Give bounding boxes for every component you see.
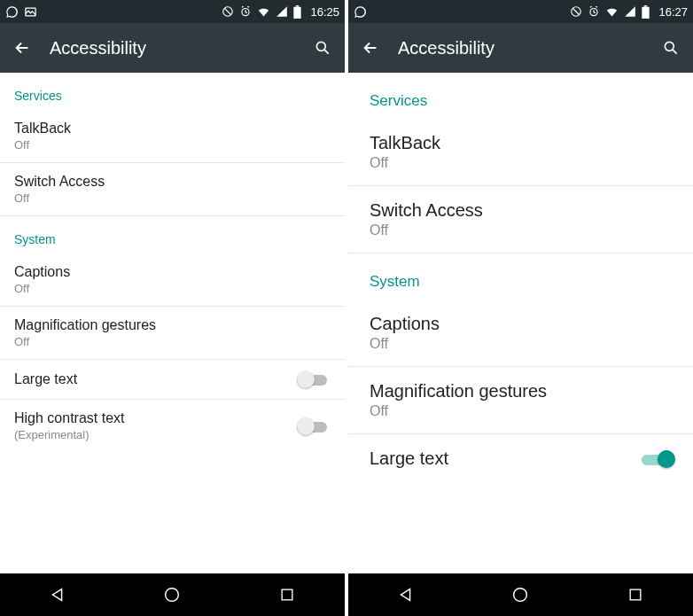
- alarm-icon: [239, 5, 252, 18]
- nav-bar: [0, 573, 345, 616]
- item-title: Switch Access: [370, 200, 675, 221]
- whatsapp-icon: [5, 5, 19, 19]
- svg-line-2: [225, 9, 231, 15]
- item-large-text[interactable]: Large text: [348, 434, 693, 483]
- search-button[interactable]: [309, 39, 336, 57]
- search-button[interactable]: [658, 39, 684, 57]
- item-switch-access[interactable]: Switch Access Off: [348, 186, 693, 253]
- whatsapp-icon: [354, 5, 367, 19]
- item-sub: Off: [370, 155, 675, 171]
- item-title: Magnification gestures: [14, 317, 331, 333]
- phone-left: 16:25 Accessibility Services TalkBack Of…: [0, 0, 345, 616]
- item-magnification[interactable]: Magnification gestures Off: [0, 307, 345, 360]
- svg-point-17: [514, 589, 527, 602]
- wifi-icon: [257, 5, 270, 19]
- alarm-icon: [588, 5, 600, 18]
- svg-rect-18: [630, 589, 641, 600]
- nav-recent-button[interactable]: [274, 581, 300, 608]
- item-sub: Off: [370, 336, 675, 352]
- toggle-large-text[interactable]: [642, 450, 675, 468]
- svg-line-16: [673, 50, 677, 54]
- svg-line-7: [324, 50, 329, 54]
- back-button[interactable]: [9, 38, 35, 58]
- item-captions[interactable]: Captions Off: [0, 253, 345, 307]
- page-title: Accessibility: [50, 38, 309, 58]
- toggle-high-contrast[interactable]: [297, 417, 331, 435]
- settings-list: Services TalkBack Off Switch Access Off …: [0, 73, 345, 573]
- svg-rect-14: [644, 5, 647, 7]
- svg-rect-4: [294, 6, 301, 18]
- status-bar: 16:25: [0, 0, 345, 23]
- svg-rect-5: [296, 5, 299, 7]
- page-title: Accessibility: [398, 38, 658, 58]
- back-button[interactable]: [357, 38, 384, 58]
- settings-list: Services TalkBack Off Switch Access Off …: [348, 73, 693, 573]
- svg-rect-13: [642, 6, 650, 18]
- action-bar: Accessibility: [348, 23, 693, 73]
- item-title: Captions: [14, 264, 331, 280]
- nav-recent-button[interactable]: [622, 581, 649, 608]
- section-services: Services: [0, 73, 345, 110]
- item-sub: Off: [14, 138, 331, 152]
- clock-text: 16:25: [310, 5, 339, 19]
- action-bar: Accessibility: [0, 23, 345, 73]
- item-sub: Off: [370, 403, 675, 419]
- nav-back-button[interactable]: [44, 581, 71, 608]
- item-sub: Off: [14, 191, 331, 205]
- svg-point-15: [665, 42, 674, 51]
- do-not-disturb-icon: [570, 5, 582, 18]
- item-title: Switch Access: [14, 174, 331, 190]
- wifi-icon: [605, 5, 619, 19]
- item-title: TalkBack: [370, 133, 675, 153]
- section-services: Services: [348, 73, 693, 119]
- item-magnification[interactable]: Magnification gestures Off: [348, 367, 693, 434]
- svg-line-11: [573, 9, 580, 15]
- do-not-disturb-icon: [222, 5, 234, 18]
- nav-home-button[interactable]: [159, 581, 185, 608]
- item-title: Magnification gestures: [370, 381, 675, 402]
- item-sub: (Experimental): [14, 428, 297, 441]
- nav-back-button[interactable]: [393, 581, 419, 608]
- item-sub: Off: [14, 282, 331, 295]
- item-sub: Off: [370, 222, 675, 238]
- item-talkback[interactable]: TalkBack Off: [0, 110, 345, 163]
- status-bar: 16:27: [348, 0, 693, 23]
- signal-icon: [624, 5, 636, 18]
- item-talkback[interactable]: TalkBack Off: [348, 119, 693, 186]
- item-sub: Off: [14, 335, 331, 348]
- image-icon: [24, 5, 37, 19]
- battery-icon: [642, 5, 650, 19]
- item-title: Large text: [370, 448, 642, 469]
- svg-point-6: [316, 42, 325, 51]
- item-title: High contrast text: [14, 410, 297, 426]
- item-high-contrast[interactable]: High contrast text (Experimental): [0, 400, 345, 452]
- toggle-large-text[interactable]: [297, 370, 331, 388]
- item-title: TalkBack: [14, 121, 331, 136]
- nav-home-button[interactable]: [507, 581, 533, 608]
- svg-rect-9: [282, 589, 292, 600]
- signal-icon: [276, 5, 288, 18]
- clock-text: 16:27: [658, 5, 688, 19]
- battery-icon: [293, 5, 301, 19]
- section-system: System: [0, 216, 345, 253]
- item-title: Large text: [14, 371, 297, 387]
- item-title: Captions: [370, 314, 675, 334]
- item-switch-access[interactable]: Switch Access Off: [0, 163, 345, 216]
- item-large-text[interactable]: Large text: [0, 360, 345, 400]
- nav-bar: [348, 573, 693, 616]
- item-captions[interactable]: Captions Off: [348, 300, 693, 367]
- section-system: System: [348, 253, 693, 300]
- svg-point-8: [166, 589, 179, 602]
- phone-right: 16:27 Accessibility Services TalkBack Of…: [348, 0, 693, 616]
